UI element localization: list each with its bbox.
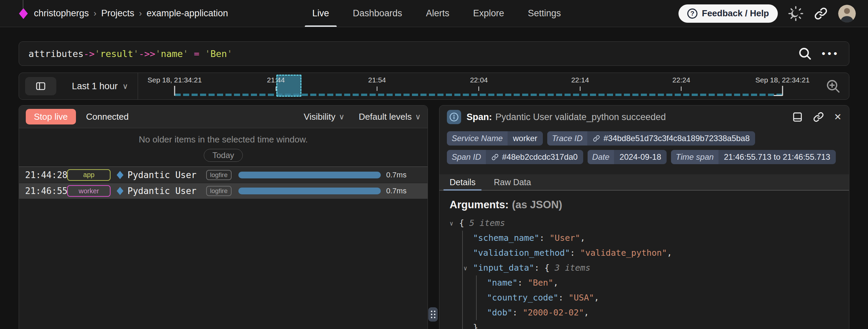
meta-badge-span-id[interactable]: Span ID#48eb2cdcdc317da0	[447, 150, 583, 164]
json-punc: :	[558, 293, 569, 303]
link-icon	[593, 135, 600, 142]
breadcrumb-project[interactable]: example-application	[146, 8, 228, 19]
json-punc: }	[473, 323, 478, 329]
search-icon[interactable]	[798, 46, 812, 61]
nav-tabs: LiveDashboardsAlertsExploreSettings	[310, 0, 563, 27]
json-punc: {	[459, 218, 469, 228]
duration-bar	[238, 188, 381, 194]
tab-alerts[interactable]: Alerts	[424, 0, 451, 27]
query-token	[189, 49, 194, 59]
badge-value-text: 21:46:55.713 to 21:46:55.713	[724, 152, 830, 162]
badge-value-text: worker	[513, 134, 537, 143]
logfire-logo-icon[interactable]	[19, 8, 28, 19]
live-panel: Stop live Connected Visibility ∨ Default…	[19, 105, 428, 329]
connection-status: Connected	[86, 112, 129, 122]
share-link-icon[interactable]	[814, 6, 828, 21]
badge-value: worker	[508, 134, 543, 143]
timeline-histogram-baseline	[175, 94, 783, 96]
query-token: Ben	[211, 49, 227, 59]
detail-tab-details[interactable]: Details	[448, 174, 477, 190]
tab-dashboards[interactable]: Dashboards	[351, 0, 405, 27]
default-levels-label: Default levels	[359, 112, 412, 122]
user-avatar[interactable]	[838, 5, 856, 22]
json-punc: ,	[594, 293, 599, 303]
close-icon[interactable]: ✕	[834, 112, 842, 122]
json-punc: :	[534, 263, 545, 273]
visibility-dropdown[interactable]: Visibility ∨	[304, 112, 344, 122]
badge-value: 21:46:55.713 to 21:46:55.713	[718, 152, 836, 162]
collapse-chevron-icon[interactable]: ∨	[450, 216, 453, 231]
json-punc: ,	[580, 233, 585, 243]
span-title: Span:Pydantic User validate_python succe…	[467, 112, 666, 122]
timeline-bar: Last 1 hour ∨ Sep 18, 21:34:2121:4421:54…	[19, 73, 849, 100]
meta-badge-service-name: Service Nameworker	[447, 131, 543, 146]
tab-settings[interactable]: Settings	[526, 0, 563, 27]
breadcrumb-org[interactable]: christophergs	[34, 8, 89, 19]
json-punc: ,	[584, 308, 589, 317]
theme-toggle-icon[interactable]	[788, 6, 804, 21]
grip-dots-icon	[431, 311, 435, 318]
feedback-help-button[interactable]: ? Feedback / Help	[678, 4, 778, 23]
meta-badge-time-span: Time span21:46:55.713 to 21:46:55.713	[671, 150, 835, 164]
json-value: "USA"	[569, 293, 594, 303]
badge-value-text: #48eb2cdcdc317da0	[502, 152, 578, 162]
panel-resize-handle[interactable]	[428, 307, 438, 322]
tab-explore[interactable]: Explore	[471, 0, 506, 27]
timeline-tick	[580, 86, 580, 91]
json-punc: :	[517, 278, 528, 288]
json-punc: ,	[553, 278, 558, 288]
zoom-in-button[interactable]	[825, 78, 841, 94]
breadcrumb: christophergs › Projects › example-appli…	[34, 8, 228, 19]
link-icon	[491, 153, 499, 161]
json-punc: ,	[667, 248, 672, 258]
live-row[interactable]: 21:46:55workerPydantic Userlogfire0.7ms	[19, 183, 428, 199]
more-menu-icon[interactable]: •••	[822, 49, 840, 59]
query-bar: attributes->'result'->>'name' = 'Ben' ••…	[19, 41, 849, 66]
json-key: "input_data"	[473, 263, 534, 273]
service-badge: app	[67, 169, 111, 181]
detail-tab-raw-data[interactable]: Raw Data	[492, 174, 532, 190]
empty-state: No older items in the selected time wind…	[19, 128, 428, 167]
query-input[interactable]: attributes->'result'->>'name' = 'Ben'	[28, 49, 798, 59]
scope-badge: logfire	[206, 170, 232, 180]
query-token: '	[227, 49, 232, 59]
dock-bottom-icon[interactable]	[792, 111, 803, 123]
main-content: Stop live Connected Visibility ∨ Default…	[19, 105, 849, 329]
meta-badge-trace-id[interactable]: Trace ID#34bd8e51d73c3f4c8a189b72338a5ba…	[547, 131, 755, 146]
stop-live-button[interactable]: Stop live	[26, 109, 76, 124]
timeline-tick-label: 21:54	[368, 76, 386, 84]
badge-label: Time span	[671, 150, 718, 164]
timeline-axis-end	[774, 95, 783, 96]
meta-badge-date: Date2024-09-18	[588, 150, 667, 164]
json-value: "User"	[550, 233, 580, 243]
json-punc: :	[539, 233, 550, 243]
json-key: "dob"	[487, 308, 512, 317]
badge-label: Service Name	[447, 131, 508, 146]
timeline-tick	[681, 86, 682, 91]
query-token: '	[183, 49, 188, 59]
time-range-selector[interactable]: Last 1 hour ∨	[72, 81, 128, 92]
json-key: "schema_name"	[473, 233, 539, 243]
panel-left-icon	[35, 81, 46, 92]
duration-bar	[238, 172, 381, 178]
badge-value-text: 2024-09-18	[619, 152, 661, 162]
collapse-chevron-icon[interactable]: ∨	[463, 261, 467, 276]
breadcrumb-projects[interactable]: Projects	[101, 8, 134, 19]
timeline-tick	[174, 86, 175, 96]
json-value: "validate_python"	[580, 248, 667, 258]
timeline-strip[interactable]: Sep 18, 21:34:2121:4421:5422:0422:1422:2…	[138, 73, 817, 99]
timeline-tick-label: 21:44	[267, 76, 285, 84]
sidebar-toggle-button[interactable]	[25, 77, 56, 95]
timeline-tick	[276, 86, 276, 91]
tab-live[interactable]: Live	[310, 0, 331, 27]
timeline-tick	[377, 86, 377, 91]
default-levels-dropdown[interactable]: Default levels ∨	[359, 112, 421, 122]
json-key: "country_code"	[487, 293, 558, 303]
json-value: "2000-02-02"	[522, 308, 584, 317]
copy-link-icon[interactable]	[813, 111, 824, 123]
live-row[interactable]: 21:44:28appPydantic Userlogfire0.7ms	[19, 167, 428, 183]
service-badge: worker	[67, 185, 111, 197]
today-button[interactable]: Today	[204, 149, 242, 162]
json-line: "country_code": "USA",	[487, 290, 839, 305]
badge-label: Span ID	[447, 150, 486, 164]
